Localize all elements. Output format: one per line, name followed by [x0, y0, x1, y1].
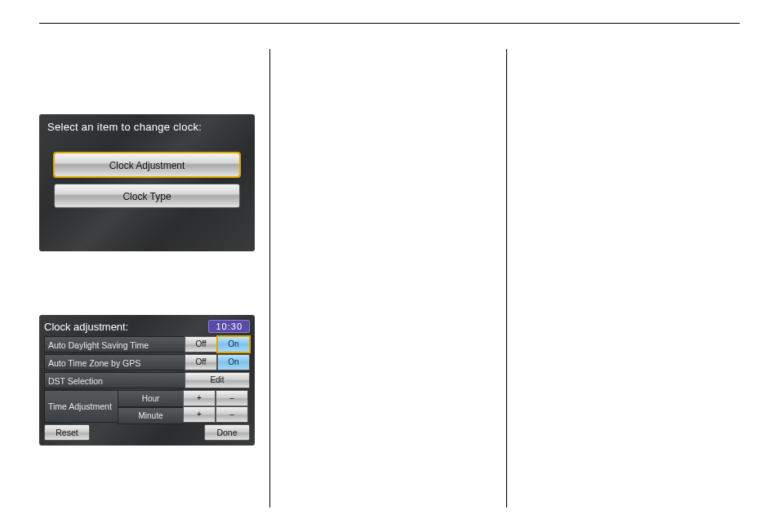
time-adjustment-row: Time Adjustment Hour Minute + – + – [44, 390, 250, 423]
auto-tz-row: Auto Time Zone by GPS Off On [44, 354, 250, 370]
auto-dst-row: Auto Daylight Saving Time Off On [44, 336, 250, 352]
column-divider-1 [269, 49, 270, 508]
reset-button[interactable]: Reset [44, 424, 90, 441]
clock-adjustment-title: Clock adjustment: [44, 321, 128, 333]
column-divider-2 [506, 49, 507, 508]
auto-tz-on[interactable]: On [217, 354, 250, 370]
dst-selection-edit[interactable]: Edit [185, 372, 250, 388]
dst-selection-label: DST Selection [44, 372, 185, 388]
hour-plus[interactable]: + [183, 390, 216, 406]
clock-type-button[interactable]: Clock Type [54, 184, 240, 208]
auto-tz-label: Auto Time Zone by GPS [44, 354, 185, 370]
clock-time-badge: 10:30 [208, 320, 250, 333]
minute-plus[interactable]: + [183, 406, 216, 423]
clock-adjustment-panel: Clock adjustment: 10:30 Auto Daylight Sa… [39, 315, 255, 446]
minute-label: Minute [118, 407, 183, 424]
clock-menu-title: Select an item to change clock: [47, 121, 247, 133]
minute-minus[interactable]: – [216, 406, 248, 423]
clock-adjustment-footer: Reset Done [44, 424, 250, 441]
time-adjustment-label: Time Adjustment [44, 390, 118, 423]
hour-label: Hour [118, 390, 183, 407]
hour-minus[interactable]: – [216, 390, 248, 406]
auto-tz-off[interactable]: Off [185, 354, 217, 370]
done-button[interactable]: Done [204, 424, 250, 441]
page-divider-top [39, 23, 740, 24]
clock-adjustment-header: Clock adjustment: 10:30 [44, 320, 250, 333]
clock-adjustment-button[interactable]: Clock Adjustment [54, 153, 240, 177]
auto-dst-off[interactable]: Off [185, 336, 217, 352]
clock-menu-panel: Select an item to change clock: Clock Ad… [39, 114, 255, 251]
auto-dst-on[interactable]: On [217, 336, 250, 352]
auto-dst-label: Auto Daylight Saving Time [44, 336, 185, 352]
dst-selection-row: DST Selection Edit [44, 372, 250, 388]
